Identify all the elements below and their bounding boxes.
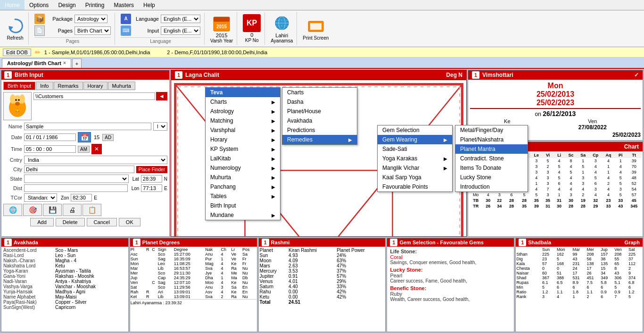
menu-options[interactable]: Options bbox=[25, 0, 53, 10]
cm-sub-planet-house[interactable]: Planet/House bbox=[282, 107, 357, 116]
delete-button[interactable]: Delete bbox=[56, 218, 85, 226]
list-item: Yunja-HansakMadhya - Agni bbox=[3, 289, 126, 294]
location-btn[interactable]: 🎯 bbox=[23, 204, 42, 216]
menu-printing[interactable]: Printing bbox=[81, 0, 109, 10]
cm-sub-predictions[interactable]: Predictions bbox=[282, 125, 357, 135]
cm-sade-sati[interactable]: Sade-Sati bbox=[378, 144, 452, 154]
copy-btn[interactable]: 📋 bbox=[83, 204, 101, 216]
city-input[interactable] bbox=[24, 166, 134, 173]
cm-gem-wearing[interactable]: Gem Wearing ▶ bbox=[378, 135, 452, 144]
kp-button[interactable]: KP 0 KP No bbox=[239, 12, 265, 45]
lon-input[interactable] bbox=[141, 184, 162, 192]
globe-icon bbox=[272, 14, 291, 33]
tab-add-button[interactable]: + bbox=[72, 58, 82, 68]
time-clear-icon[interactable]: ✕ bbox=[91, 144, 102, 154]
cm-item-astrology[interactable]: Astrology ▶ bbox=[206, 107, 280, 116]
zon-label-small: Zon bbox=[61, 195, 69, 200]
refresh-button[interactable]: Refresh bbox=[5, 16, 25, 42]
cm-item-kpsystem[interactable]: KP System ▶ bbox=[206, 144, 280, 154]
ad-bc-button[interactable]: AD bbox=[102, 134, 114, 141]
birth-input-num: 1 bbox=[4, 71, 12, 79]
lat-input[interactable] bbox=[141, 175, 162, 183]
cm-item-birth-input[interactable]: Birth Input bbox=[206, 201, 280, 210]
pencil-icon[interactable]: ✏ bbox=[35, 49, 41, 56]
bi-tab-muhurta[interactable]: Muhurta bbox=[108, 82, 135, 90]
cm-manglik[interactable]: Manglik Vichar ▶ bbox=[378, 163, 452, 173]
cm-item-mundane[interactable]: Mundane ▶ bbox=[206, 210, 280, 220]
bi-tab-birth-input[interactable]: Birth Input bbox=[3, 82, 35, 90]
cm-favourable[interactable]: Favourable Points bbox=[378, 182, 452, 191]
zon-e: E bbox=[94, 195, 97, 200]
cm-kaal-sarp[interactable]: Kaal Sarp Yoga bbox=[378, 173, 452, 182]
print-button[interactable]: Print Screen bbox=[299, 15, 332, 42]
cm-item-lalkitab[interactable]: LalKitab ▶ bbox=[206, 154, 280, 163]
am-pm-button[interactable]: AM bbox=[78, 146, 90, 153]
pages-select[interactable]: Birth Chart bbox=[74, 26, 111, 35]
editdob-button[interactable]: Edit DOB bbox=[3, 49, 31, 56]
cancel-button[interactable]: Cancel bbox=[87, 218, 117, 226]
cm-contradict-stone[interactable]: Contradict. Stone bbox=[455, 154, 528, 163]
tab-astrology-birth-chart[interactable]: Astrology/ Birth Chart × bbox=[2, 58, 71, 68]
tab-close-button[interactable]: × bbox=[63, 60, 66, 66]
avatar-row: 🙏 ◄ bbox=[3, 92, 167, 120]
cm-item-tables[interactable]: Tables ▶ bbox=[206, 191, 280, 201]
bi-tab-info[interactable]: Info bbox=[36, 82, 53, 90]
cm-sub-avakhada[interactable]: Avakhada bbox=[282, 116, 357, 125]
cm-lucky-stone[interactable]: Lucky Stone bbox=[455, 173, 528, 182]
menu-help[interactable]: Help bbox=[139, 0, 160, 10]
date-input[interactable] bbox=[24, 133, 76, 141]
cm-item-charts[interactable]: Charts ▶ bbox=[206, 97, 280, 107]
ayanamsa-button[interactable]: Lahiri Ayanamsa bbox=[267, 12, 297, 45]
gem-title: Gem Selection - Favourable Gems bbox=[399, 240, 484, 245]
tcor-select[interactable]: Standard bbox=[24, 193, 57, 202]
menu-home[interactable]: Home bbox=[0, 0, 25, 10]
save-btn[interactable]: 💾 bbox=[43, 204, 62, 216]
cm-planet-nakshatra[interactable]: Planet/Nakshatra bbox=[455, 135, 528, 144]
cm-item-numerology[interactable]: Numerology ▶ bbox=[206, 163, 280, 173]
cm-items-to-donate[interactable]: Items To Donate bbox=[455, 163, 528, 173]
place-finder-button[interactable]: Place Finder bbox=[136, 166, 167, 173]
varsh-button[interactable]: 2015 2015 Varsh Year bbox=[206, 12, 237, 45]
bi-tab-remarks[interactable]: Remarks bbox=[54, 82, 83, 90]
table-row: Kala5716823113813565112 bbox=[516, 261, 642, 266]
cm-item-varshphal[interactable]: Varshphal ▶ bbox=[206, 125, 280, 135]
cm-sub-charts[interactable]: Charts bbox=[282, 88, 357, 97]
language-select[interactable]: English (E... bbox=[161, 15, 200, 23]
package-select[interactable]: Astrology bbox=[74, 15, 107, 23]
cm-sub-remedies[interactable]: Remedies ▶ bbox=[282, 135, 357, 144]
menu-masters[interactable]: Masters bbox=[109, 0, 139, 10]
cm-sub-dasha[interactable]: Dasha bbox=[282, 97, 357, 107]
teva-context-menu: Teva Charts ▶ Astrology ▶ Matching ▶ Var… bbox=[205, 87, 281, 220]
cm-planet-mantra[interactable]: Planet Mantra bbox=[455, 144, 528, 154]
cm-yoga-karakas[interactable]: Yoga Karakas ▶ bbox=[378, 154, 452, 163]
calendar-icon[interactable]: 📅 bbox=[78, 132, 91, 142]
yoga-arrow-icon: ▶ bbox=[444, 156, 447, 161]
table-row: Rank3412675 bbox=[516, 294, 642, 299]
cm-gem-selection[interactable]: Gem Selection bbox=[378, 125, 452, 135]
name-input[interactable] bbox=[24, 123, 151, 130]
nav-up-button[interactable]: ◄ bbox=[156, 92, 167, 100]
cm-item-panchang[interactable]: Panchang ▶ bbox=[206, 182, 280, 191]
svg-text:2015: 2015 bbox=[216, 24, 227, 29]
globe-btn[interactable]: 🌐 bbox=[3, 204, 22, 216]
state-select[interactable] bbox=[24, 175, 129, 183]
shadbala-body: SunMonMarMerJupVenSat Sthan2251629920815… bbox=[516, 247, 643, 300]
cm-introduction[interactable]: Introduction bbox=[455, 182, 528, 191]
zon-input[interactable] bbox=[71, 194, 92, 201]
add-button[interactable]: Add bbox=[30, 218, 54, 226]
path-input[interactable] bbox=[33, 92, 155, 100]
time-input[interactable] bbox=[24, 145, 76, 153]
country-select[interactable]: India bbox=[24, 156, 167, 164]
dist-input[interactable] bbox=[24, 184, 128, 192]
print-small-btn[interactable]: 🖨 bbox=[63, 204, 82, 216]
input-select[interactable]: English (E... bbox=[161, 26, 200, 35]
cm-metal-finger-day[interactable]: Metal/Finger/Day bbox=[455, 125, 528, 135]
ok-button[interactable]: OK bbox=[119, 218, 140, 226]
cm-item-muhurta[interactable]: Muhurta ▶ bbox=[206, 173, 280, 182]
menu-design[interactable]: Design bbox=[53, 0, 80, 10]
matching-arrow-icon: ▶ bbox=[272, 118, 275, 124]
cm-item-matching[interactable]: Matching ▶ bbox=[206, 116, 280, 125]
cm-item-horary[interactable]: Horary ▶ bbox=[206, 135, 280, 144]
bi-tab-horary[interactable]: Horary bbox=[83, 82, 107, 90]
gender-select[interactable]: MF bbox=[153, 122, 167, 131]
